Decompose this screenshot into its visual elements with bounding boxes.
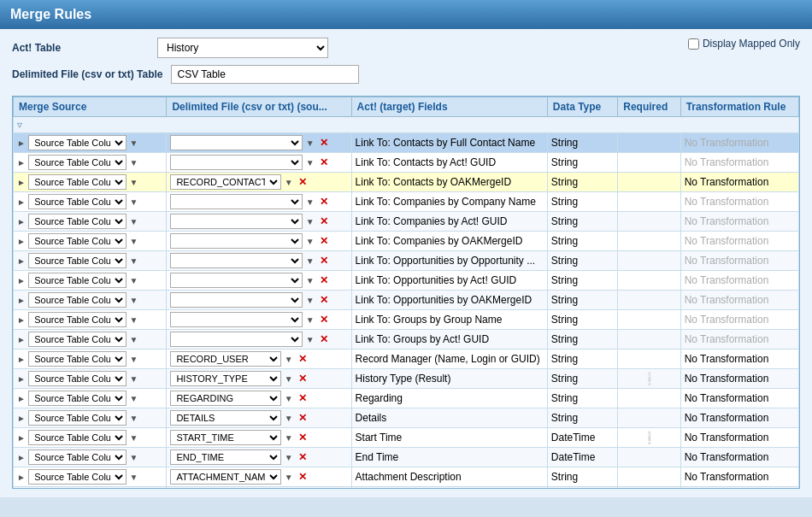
dropdown-arrow2-1[interactable]: ▼	[306, 158, 315, 167]
dropdown-arrow2-10[interactable]: ▼	[306, 335, 315, 344]
dropdown-arrow-13[interactable]: ▼	[285, 394, 293, 403]
source-dropdown-arrow[interactable]: ▼	[130, 178, 138, 187]
source-select-16[interactable]: Source Table Column	[28, 449, 127, 465]
delimited-empty-5[interactable]	[170, 233, 303, 249]
clear-btn2-10[interactable]: ✕	[317, 333, 331, 345]
dropdown-arrow2-9[interactable]: ▼	[306, 315, 315, 325]
source-dropdown-arrow[interactable]: ▼	[130, 414, 138, 423]
source-select-11[interactable]: Source Table Column	[28, 351, 127, 367]
expand-arrow[interactable]: ►	[17, 414, 26, 423]
source-dropdown-arrow[interactable]: ▼	[130, 237, 138, 246]
expand-arrow[interactable]: ►	[17, 138, 26, 148]
source-dropdown-arrow[interactable]: ▼	[130, 197, 138, 207]
source-dropdown-arrow[interactable]: ▼	[130, 138, 138, 148]
delimited-select-12[interactable]: HISTORY_TYPE	[170, 371, 281, 386]
delimited-input[interactable]	[171, 65, 359, 84]
expand-arrow[interactable]: ►	[17, 178, 26, 187]
expand-arrow[interactable]: ►	[17, 237, 26, 246]
clear-btn-15[interactable]: ✕	[296, 432, 309, 444]
source-select-2[interactable]: Source Table Column	[28, 174, 127, 190]
delimited-select-17[interactable]: ATTACHMENT_NAME	[170, 469, 281, 485]
source-select-10[interactable]: Source Table Column	[28, 332, 127, 347]
source-dropdown-arrow[interactable]: ▼	[130, 335, 138, 344]
dropdown-arrow-14[interactable]: ▼	[285, 414, 293, 423]
source-select-1[interactable]: Source Table Column	[28, 155, 127, 170]
source-select-5[interactable]: Source Table Column	[28, 233, 127, 249]
delimited-empty-3[interactable]	[170, 194, 303, 209]
delimited-select-2[interactable]: RECORD_CONTACT_GUID	[170, 174, 281, 190]
source-dropdown-arrow[interactable]: ▼	[130, 473, 138, 482]
clear-btn2-1[interactable]: ✕	[317, 156, 331, 168]
expand-arrow[interactable]: ►	[17, 197, 26, 207]
dropdown-arrow-17[interactable]: ▼	[285, 473, 293, 482]
expand-arrow[interactable]: ►	[17, 158, 26, 167]
source-dropdown-arrow[interactable]: ▼	[130, 256, 138, 266]
source-select-14[interactable]: Source Table Column	[28, 410, 127, 426]
clear-btn-17[interactable]: ✕	[296, 471, 309, 483]
delimited-empty-1[interactable]	[170, 155, 303, 170]
clear-btn2-4[interactable]: ✕	[317, 215, 331, 227]
dropdown-arrow2-3[interactable]: ▼	[306, 197, 315, 207]
display-mapped-checkbox[interactable]	[688, 38, 699, 50]
clear-btn2-0[interactable]: ✕	[317, 137, 331, 149]
source-dropdown-arrow[interactable]: ▼	[130, 276, 138, 285]
clear-btn2-3[interactable]: ✕	[317, 196, 331, 208]
expand-arrow[interactable]: ►	[17, 276, 26, 285]
source-select-17[interactable]: Source Table Column	[28, 469, 127, 485]
dropdown-arrow2-4[interactable]: ▼	[306, 217, 315, 226]
clear-btn-2[interactable]: ✕	[296, 176, 309, 188]
clear-btn-13[interactable]: ✕	[296, 392, 309, 404]
delimited-empty-10[interactable]	[170, 332, 303, 347]
source-select-9[interactable]: Source Table Column	[28, 312, 127, 327]
filter-icon[interactable]: ▿	[17, 119, 22, 131]
source-dropdown-arrow[interactable]: ▼	[130, 433, 138, 443]
delimited-empty-7[interactable]	[170, 273, 303, 288]
delimited-select-14[interactable]: DETAILS	[170, 410, 281, 426]
source-dropdown-arrow[interactable]: ▼	[130, 158, 138, 167]
clear-btn2-5[interactable]: ✕	[317, 235, 331, 247]
delimited-empty-6[interactable]	[170, 253, 303, 268]
dropdown-arrow-11[interactable]: ▼	[285, 355, 293, 364]
expand-arrow[interactable]: ►	[17, 296, 26, 305]
expand-arrow[interactable]: ►	[17, 473, 26, 482]
expand-arrow[interactable]: ►	[17, 453, 26, 462]
delimited-select-15[interactable]: START_TIME	[170, 430, 281, 445]
delimited-empty-9[interactable]	[170, 312, 303, 327]
dropdown-arrow-16[interactable]: ▼	[285, 453, 293, 462]
source-dropdown-arrow[interactable]: ▼	[130, 217, 138, 226]
clear-btn-11[interactable]: ✕	[296, 353, 309, 365]
source-select-7[interactable]: Source Table Column	[28, 273, 127, 288]
clear-btn-12[interactable]: ✕	[296, 373, 309, 385]
clear-btn-14[interactable]: ✕	[296, 412, 309, 424]
delimited-select-13[interactable]: REGARDING	[170, 391, 281, 406]
expand-arrow[interactable]: ►	[17, 315, 26, 325]
dropdown-arrow-12[interactable]: ▼	[285, 374, 293, 384]
clear-btn2-9[interactable]: ✕	[317, 314, 331, 326]
source-select-8[interactable]: Source Table Column	[28, 292, 127, 308]
expand-arrow[interactable]: ►	[17, 256, 26, 266]
dropdown-arrow-2[interactable]: ▼	[285, 178, 293, 187]
clear-btn2-7[interactable]: ✕	[317, 274, 331, 286]
source-dropdown-arrow[interactable]: ▼	[130, 355, 138, 364]
expand-arrow[interactable]: ►	[17, 433, 26, 443]
dropdown-arrow2-6[interactable]: ▼	[306, 256, 315, 266]
clear-btn2-8[interactable]: ✕	[317, 294, 331, 306]
expand-arrow[interactable]: ►	[17, 217, 26, 226]
delimited-empty-0[interactable]	[170, 135, 303, 150]
expand-arrow[interactable]: ►	[17, 355, 26, 364]
clear-btn2-6[interactable]: ✕	[317, 255, 331, 267]
source-select-3[interactable]: Source Table Column	[28, 194, 127, 209]
act-table-select[interactable]: History	[157, 38, 328, 58]
delimited-select-11[interactable]: RECORD_USER	[170, 351, 281, 367]
source-select-4[interactable]: Source Table Column	[28, 214, 127, 229]
delimited-empty-4[interactable]	[170, 214, 303, 229]
source-select-13[interactable]: Source Table Column	[28, 391, 127, 406]
source-dropdown-arrow[interactable]: ▼	[130, 394, 138, 403]
dropdown-arrow2-7[interactable]: ▼	[306, 276, 315, 285]
source-dropdown-arrow[interactable]: ▼	[130, 453, 138, 462]
source-dropdown-arrow[interactable]: ▼	[130, 315, 138, 325]
source-select-6[interactable]: Source Table Column	[28, 253, 127, 268]
delimited-select-16[interactable]: END_TIME	[170, 449, 281, 465]
source-select-0[interactable]: Source Table Column	[28, 135, 127, 150]
dropdown-arrow2-0[interactable]: ▼	[306, 138, 315, 148]
